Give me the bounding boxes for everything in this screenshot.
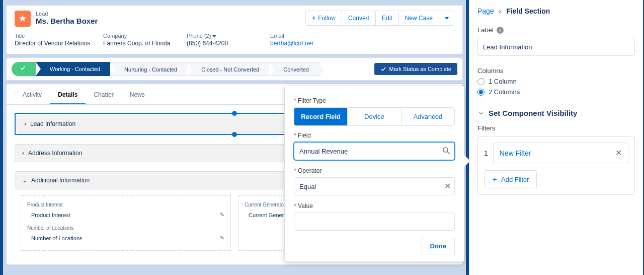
- breadcrumb-current: Field Section: [506, 7, 550, 15]
- filters-label: Filters: [477, 124, 635, 132]
- filter-index: 1: [484, 149, 488, 157]
- component-visibility-toggle[interactable]: Set Component Visibility: [477, 109, 635, 117]
- columns-field-label: Columns: [477, 67, 635, 75]
- seg-record-field[interactable]: Record Field: [294, 108, 347, 125]
- filter-type-label: * Filter Type: [294, 97, 455, 104]
- fld-value-product-interest: Product Interest: [31, 212, 70, 218]
- path-stage-converted[interactable]: Converted: [269, 62, 319, 76]
- section-title-lead-info: Lead Information: [30, 120, 75, 127]
- path-stage-nurturing[interactable]: Nurturing - Contacted: [110, 62, 187, 76]
- label-field-label: Label i: [477, 26, 635, 34]
- operator-label: * Operator: [294, 167, 455, 174]
- filter-popover: * Filter Type Record Field Device Advanc…: [284, 86, 464, 262]
- new-case-button[interactable]: New Case: [399, 11, 439, 26]
- field-value-email[interactable]: bertha@fcof.net: [270, 40, 341, 47]
- section-label-input[interactable]: [477, 38, 635, 56]
- plus-icon: ＋: [492, 175, 498, 184]
- value-input[interactable]: [294, 213, 455, 231]
- mark-complete-button[interactable]: Mark Status as Complete: [374, 63, 458, 75]
- field-search-input[interactable]: [294, 142, 455, 160]
- fld-value-locations: Number of Locations: [31, 235, 83, 241]
- add-filter-button[interactable]: ＋ Add Filter: [484, 170, 537, 188]
- filters-container: 1 New Filter ✕ ＋ Add Filter: [477, 136, 635, 195]
- filter-chip[interactable]: New Filter ✕: [493, 143, 628, 163]
- path-stage-closed[interactable]: Closed - Not Converted: [187, 62, 269, 76]
- tab-activity[interactable]: Activity: [15, 86, 50, 104]
- path-component: Working - Contacted Nurturing - Contacte…: [6, 57, 463, 81]
- chevron-right-icon: ›: [24, 120, 26, 127]
- tab-details[interactable]: Details: [50, 86, 86, 104]
- field-label: * Field: [294, 132, 455, 139]
- chevron-right-icon: ›: [22, 150, 24, 157]
- seg-device[interactable]: Device: [347, 108, 400, 125]
- search-icon[interactable]: [442, 146, 451, 157]
- path-stage-working[interactable]: Working - Contacted: [36, 62, 110, 76]
- clear-icon[interactable]: ✕: [444, 181, 451, 191]
- done-button[interactable]: Done: [422, 238, 455, 254]
- svg-marker-0: [19, 15, 26, 22]
- radio-1-column[interactable]: 1 Column: [477, 78, 635, 85]
- highlight-fields: Title Director of Vendor Relations Compa…: [7, 27, 462, 54]
- tab-news[interactable]: News: [122, 86, 153, 104]
- field-label-phone: Phone (2): [187, 33, 257, 39]
- field-group-left: Product Interest Product Interest ✎ Numb…: [21, 195, 231, 251]
- field-label-title: Title: [15, 33, 90, 39]
- edit-pencil-icon[interactable]: ✎: [220, 235, 224, 241]
- more-actions-button[interactable]: [439, 11, 454, 26]
- edit-button[interactable]: Edit: [376, 11, 399, 26]
- breadcrumb: Page › Field Section: [477, 7, 635, 15]
- fld-label-product-interest: Product Interest: [27, 200, 224, 210]
- tab-chatter[interactable]: Chatter: [86, 86, 121, 104]
- value-label: * Value: [294, 202, 455, 210]
- lead-icon: [15, 11, 31, 27]
- fld-label-locations: Number of Locations: [27, 223, 224, 233]
- edit-pencil-icon[interactable]: ✎: [220, 212, 224, 218]
- field-value-phone: (850) 644-4200: [187, 40, 257, 47]
- record-header: Lead Ms. Bertha Boxer + Follow Convert E…: [6, 5, 463, 54]
- field-label-email: Email: [270, 33, 341, 39]
- record-type-label: Lead: [36, 11, 98, 17]
- path-stage-complete[interactable]: [12, 62, 36, 76]
- info-icon[interactable]: i: [497, 27, 504, 34]
- operator-select[interactable]: [294, 177, 455, 195]
- svg-point-1: [443, 148, 448, 152]
- breadcrumb-page-link[interactable]: Page: [477, 7, 494, 15]
- radio-2-columns[interactable]: 2 Columns: [477, 88, 635, 96]
- remove-filter-icon[interactable]: ✕: [615, 148, 622, 158]
- convert-button[interactable]: Convert: [342, 11, 376, 26]
- follow-button[interactable]: + Follow: [305, 11, 342, 26]
- field-value-company: Farmers Coop. of Florida: [103, 40, 174, 47]
- seg-advanced[interactable]: Advanced: [401, 108, 454, 125]
- chevron-down-icon: ⌄: [22, 177, 27, 184]
- properties-panel: Page › Field Section Label i Columns 1 C…: [469, 0, 643, 275]
- field-value-title: Director of Vendor Relations: [15, 40, 90, 47]
- record-name: Ms. Bertha Boxer: [36, 17, 98, 25]
- field-label-company: Company: [103, 33, 174, 39]
- svg-line-2: [447, 152, 450, 154]
